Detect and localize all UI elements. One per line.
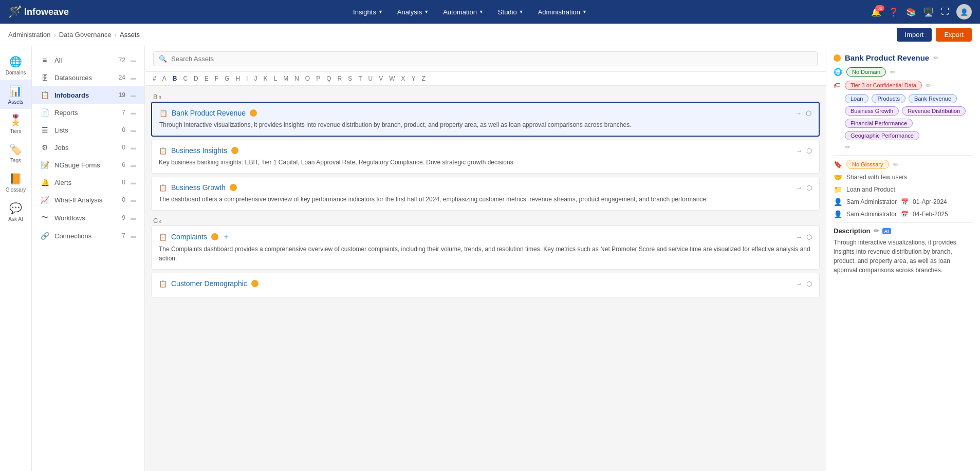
search-input[interactable] — [171, 55, 812, 63]
alpha-m[interactable]: M — [281, 74, 291, 83]
external-link-icon[interactable]: ⬡ — [806, 280, 812, 288]
alpha-d[interactable]: D — [191, 74, 201, 83]
external-link-icon[interactable]: ⬡ — [806, 109, 811, 117]
glossary-tag[interactable]: No Glossary — [846, 160, 889, 169]
sidebar-label-ask-ai: Ask AI — [8, 216, 23, 222]
sidebar-item-glossary[interactable]: 📙 Glossary — [0, 167, 31, 197]
tags-edit-icon[interactable]: ✏ — [845, 143, 850, 151]
main-layout: 🌐 Domains 📊 Assets 🎖️ Tiers 🏷️ Tags 📙 Gl… — [0, 46, 980, 471]
export-button[interactable]: Export — [936, 28, 972, 42]
navigate-icon[interactable]: → — [795, 109, 802, 117]
cat-lists[interactable]: ☰ Lists 0 ▬ — [32, 121, 144, 139]
navigate-icon[interactable]: → — [796, 280, 802, 288]
avatar[interactable]: 👤 — [956, 4, 972, 20]
domain-tag[interactable]: No Domain — [846, 67, 886, 77]
nav-insights[interactable]: Insights ▼ — [346, 0, 390, 24]
external-link-icon[interactable]: ⬡ — [806, 184, 812, 192]
alpha-a[interactable]: A — [160, 74, 169, 83]
tag-geographic-performance[interactable]: Geographic Performance — [845, 131, 919, 140]
cat-ngauge[interactable]: 📝 NGauge Forms 6 ▬ — [32, 156, 144, 174]
asset-card-complaints[interactable]: 📋 Complaints ＋ → ⬡ The Complaints dashbo… — [151, 225, 820, 270]
alpha-q[interactable]: Q — [324, 74, 334, 83]
cat-label-datasources: Datasources — [54, 74, 114, 82]
alpha-f[interactable]: F — [212, 74, 221, 83]
asset-card-customer-demographic[interactable]: 📋 Customer Demographic → ⬡ — [151, 273, 820, 297]
library-icon[interactable]: 📚 — [906, 7, 916, 17]
alpha-c[interactable]: C — [180, 74, 190, 83]
alpha-hash[interactable]: # — [150, 74, 159, 83]
app-logo[interactable]: 🪄 Infoweave — [8, 5, 69, 18]
cat-datasources[interactable]: 🗄 Datasources 24 ▬ — [32, 69, 144, 86]
tag-financial-performance[interactable]: Financial Performance — [845, 119, 913, 128]
cat-whatif[interactable]: 📈 What-If Analysis 0 ▬ — [32, 191, 144, 209]
notifications-icon[interactable]: 🔔 38 — [871, 7, 881, 17]
fullscreen-icon[interactable]: ⛶ — [941, 7, 949, 16]
navigate-icon[interactable]: → — [796, 233, 802, 241]
alpha-b[interactable]: B — [170, 74, 180, 83]
asset-card-business-insights[interactable]: 📋 Business Insights → ⬡ Key business ban… — [151, 140, 820, 174]
nav-administration[interactable]: Administration ▼ — [531, 0, 594, 24]
alpha-j[interactable]: J — [251, 74, 260, 83]
sidebar-item-ask-ai[interactable]: 💬 Ask AI — [0, 197, 31, 226]
alpha-o[interactable]: O — [303, 74, 312, 83]
sidebar-item-domains[interactable]: 🌐 Domains — [0, 50, 31, 80]
cat-all[interactable]: ≡ All 72 ▬ — [32, 51, 144, 69]
tag-bank-revenue[interactable]: Bank Revenue — [909, 94, 957, 103]
nav-studio[interactable]: Studio ▼ — [491, 0, 531, 24]
tier-tag[interactable]: Tier 3 or Confidential Data — [845, 81, 922, 90]
sidebar-item-assets[interactable]: 📊 Assets — [0, 80, 31, 109]
rp-glossary-row: 🔖 No Glossary ✏ — [834, 160, 973, 169]
cat-reports[interactable]: 📄 Reports 7 ▬ — [32, 104, 144, 121]
alpha-l[interactable]: L — [271, 74, 280, 83]
alpha-k[interactable]: K — [261, 74, 270, 83]
tier-edit-icon[interactable]: ✏ — [926, 82, 932, 89]
alpha-z[interactable]: Z — [419, 74, 428, 83]
cat-workflows[interactable]: 〜 Workflows 9 ▬ — [32, 209, 144, 227]
nav-analysis[interactable]: Analysis ▼ — [390, 0, 436, 24]
cat-jobs[interactable]: ⚙ Jobs 0 ▬ — [32, 139, 144, 156]
sidebar-item-tiers[interactable]: 🎖️ Tiers — [0, 109, 31, 138]
navigate-icon[interactable]: → — [796, 184, 802, 192]
glossary-edit-icon[interactable]: ✏ — [893, 161, 899, 168]
alpha-v[interactable]: V — [376, 74, 385, 83]
add-icon[interactable]: ＋ — [223, 232, 230, 241]
search-wrap[interactable]: 🔍 — [153, 51, 818, 66]
asset-card-business-growth[interactable]: 📋 Business Growth → ⬡ The dashboard offe… — [151, 177, 820, 211]
alpha-r[interactable]: R — [335, 74, 345, 83]
alpha-p[interactable]: P — [313, 74, 323, 83]
rp-edit-icon[interactable]: ✏ — [933, 54, 939, 62]
alpha-e[interactable]: E — [202, 74, 211, 83]
desc-edit-icon[interactable]: ✏ — [874, 227, 879, 235]
asset-card-bank-product-revenue[interactable]: 📋 Bank Product Revenue → ⬡ Through inter… — [151, 102, 820, 137]
cat-connections[interactable]: 🔗 Connections 7 ▬ — [32, 227, 144, 244]
alpha-y[interactable]: Y — [409, 74, 418, 83]
alpha-n[interactable]: N — [292, 74, 302, 83]
domain-edit-icon[interactable]: ✏ — [890, 68, 896, 76]
sidebar-item-tags[interactable]: 🏷️ Tags — [0, 138, 31, 167]
breadcrumb-administration[interactable]: Administration — [8, 31, 50, 39]
cat-infoboards[interactable]: 📋 Infoboards 19 ▬ — [32, 86, 144, 104]
external-link-icon[interactable]: ⬡ — [806, 233, 812, 241]
tag-products[interactable]: Products — [872, 94, 905, 103]
alerts-icon: 🔔 — [40, 178, 49, 186]
external-link-icon[interactable]: ⬡ — [806, 147, 812, 155]
navigate-icon[interactable]: → — [796, 147, 802, 155]
alpha-x[interactable]: X — [399, 74, 408, 83]
alpha-g[interactable]: G — [222, 74, 232, 83]
tag-revenue-dist[interactable]: Revenue Distribution — [902, 106, 966, 116]
breadcrumb-data-governance[interactable]: Data Governance — [59, 31, 112, 39]
tag-business-growth[interactable]: Business Growth — [845, 106, 899, 116]
alpha-s[interactable]: S — [345, 74, 355, 83]
screen-icon[interactable]: 🖥️ — [923, 7, 934, 17]
alpha-t[interactable]: T — [356, 74, 364, 83]
alpha-i[interactable]: I — [244, 74, 250, 83]
alpha-u[interactable]: U — [366, 74, 376, 83]
nav-automation[interactable]: Automation ▼ — [436, 0, 491, 24]
cat-alerts[interactable]: 🔔 Alerts 0 ▬ — [32, 174, 144, 191]
alpha-h[interactable]: H — [233, 74, 243, 83]
alpha-w[interactable]: W — [386, 74, 397, 83]
import-button[interactable]: Import — [897, 28, 932, 42]
tag-loan[interactable]: Loan — [845, 94, 868, 103]
connections-icon: 🔗 — [40, 232, 49, 240]
help-icon[interactable]: ❓ — [889, 7, 899, 17]
